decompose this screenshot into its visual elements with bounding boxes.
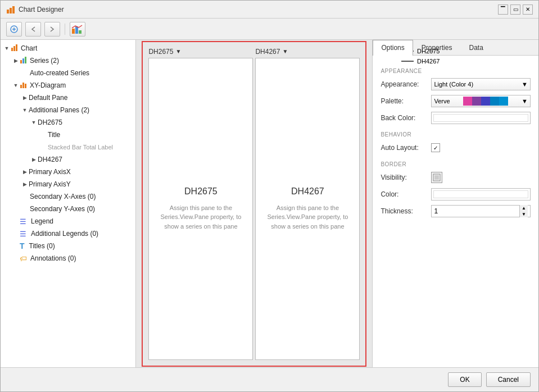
palette-select[interactable]: Verve ▼ bbox=[431, 95, 531, 107]
tree-item-legend[interactable]: ☰ Legend bbox=[1, 215, 135, 227]
restore-button[interactable]: ▭ bbox=[510, 4, 520, 15]
legend-item-dh4267: DH4267 bbox=[401, 58, 440, 65]
additional-legend-icon: ☰ bbox=[20, 230, 26, 238]
ok-button[interactable]: OK bbox=[448, 372, 481, 387]
forward-button[interactable] bbox=[44, 22, 60, 37]
tree-item-stacked-bar[interactable]: Stacked Bar Total Label bbox=[1, 141, 135, 153]
pane2-dropdown-icon[interactable]: ▼ bbox=[282, 48, 288, 54]
back-color-swatch bbox=[433, 114, 528, 122]
toggle-series[interactable]: ▶ bbox=[12, 58, 20, 63]
tree-label-default-pane: Default Pane bbox=[29, 94, 67, 102]
minimize-button[interactable]: ▔ bbox=[498, 4, 508, 15]
tree-item-xy[interactable]: ▼ XY-Diagram bbox=[1, 79, 135, 92]
main-content: ▼ Chart ▶ Series (2) Auto-crea bbox=[1, 40, 538, 367]
pane1-name: DH2675 bbox=[148, 48, 173, 56]
toggle-xy[interactable]: ▼ bbox=[12, 83, 20, 88]
svg-rect-1 bbox=[10, 8, 12, 13]
thickness-input[interactable]: 1 ▲ ▼ bbox=[431, 205, 531, 217]
toggle-default-pane[interactable]: ▶ bbox=[21, 95, 29, 101]
cancel-button[interactable]: Cancel bbox=[486, 372, 531, 387]
appearance-select[interactable]: Light (Color 4) ▼ bbox=[431, 78, 531, 90]
svg-rect-10 bbox=[13, 46, 15, 51]
toggle-chart[interactable]: ▼ bbox=[3, 45, 11, 51]
tree-label-stacked-bar: Stacked Bar Total Label bbox=[48, 144, 113, 151]
swatch-4 bbox=[490, 97, 499, 106]
chart-designer-window: Chart Designer ▔ ▭ ✕ bbox=[0, 0, 539, 392]
visibility-icon bbox=[433, 174, 441, 181]
tab-data[interactable]: Data bbox=[460, 40, 491, 55]
section-appearance: APPEARANCE bbox=[381, 68, 531, 74]
back-button[interactable] bbox=[25, 22, 41, 37]
palette-select-label: Verve bbox=[434, 98, 450, 104]
tree-item-additional-panes[interactable]: ▼ Additional Panes (2) bbox=[1, 104, 135, 116]
palette-label: Palette: bbox=[381, 97, 431, 105]
toggle-dh4267[interactable]: ▶ bbox=[30, 157, 38, 162]
toggle-additional-panes[interactable]: ▼ bbox=[21, 107, 29, 113]
bottom-bar: OK Cancel bbox=[1, 367, 538, 391]
tree-item-dh4267[interactable]: ▶ DH4267 bbox=[1, 153, 135, 166]
auto-layout-value: ✓ bbox=[431, 143, 531, 152]
thickness-down[interactable]: ▼ bbox=[520, 211, 528, 217]
visibility-label: Visibility: bbox=[381, 174, 431, 181]
back-color-picker[interactable] bbox=[431, 112, 531, 124]
svg-rect-15 bbox=[20, 85, 22, 88]
appearance-value: Light (Color 4) ▼ bbox=[431, 78, 531, 90]
tree-label-title: Title bbox=[48, 131, 60, 139]
tree-item-dh2675[interactable]: ▼ DH2675 bbox=[1, 116, 135, 129]
tree-item-annotations[interactable]: 🏷 Annotations (0) bbox=[1, 252, 135, 265]
tree-label-auto-series: Auto-created Series bbox=[30, 69, 89, 77]
window-title: Chart Designer bbox=[19, 6, 64, 13]
tree-label-secondary-x: Secondary X-Axes (0) bbox=[30, 193, 96, 200]
tree-label-additional-panes: Additional Panes (2) bbox=[29, 106, 89, 114]
close-button[interactable]: ✕ bbox=[523, 4, 533, 15]
border-color-label: Color: bbox=[381, 190, 431, 198]
pane-header-1: DH2675 ▼ bbox=[148, 48, 253, 56]
back-color-row: Back Color: bbox=[381, 111, 531, 125]
title-bar-left: Chart Designer bbox=[6, 5, 64, 14]
tree-label-series: Series (2) bbox=[30, 57, 59, 65]
pane1-title: DH2675 bbox=[184, 186, 218, 197]
svg-rect-0 bbox=[7, 10, 9, 13]
visibility-control[interactable] bbox=[431, 172, 442, 183]
tree-item-secondary-y[interactable]: Secondary Y-Axes (0) bbox=[1, 203, 135, 215]
svg-rect-8 bbox=[79, 30, 81, 34]
tree-label-primary-axisy: Primary AxisY bbox=[29, 180, 71, 188]
border-color-picker[interactable] bbox=[431, 188, 531, 200]
series-icon bbox=[20, 56, 28, 66]
tree-item-titles[interactable]: T Titles (0) bbox=[1, 240, 135, 252]
palette-dropdown-icon: ▼ bbox=[522, 98, 528, 104]
chart-type-icon bbox=[72, 24, 83, 34]
tree-item-chart[interactable]: ▼ Chart bbox=[1, 42, 135, 54]
tree-item-secondary-x[interactable]: Secondary X-Axes (0) bbox=[1, 190, 135, 203]
tree-item-title[interactable]: Title bbox=[1, 129, 135, 141]
tree-label-secondary-y: Secondary Y-Axes (0) bbox=[30, 205, 95, 213]
tree-label-xy: XY-Diagram bbox=[30, 81, 66, 89]
pane1-dropdown-icon[interactable]: ▼ bbox=[175, 48, 181, 54]
auto-layout-checkbox[interactable]: ✓ bbox=[431, 143, 440, 152]
tree-item-primary-axisy[interactable]: ▶ Primary AxisY bbox=[1, 178, 135, 190]
toggle-primary-axisy[interactable]: ▶ bbox=[21, 181, 29, 187]
pane2-name: DH4267 bbox=[255, 48, 280, 56]
annotation-icon: 🏷 bbox=[20, 254, 27, 263]
tree-item-default-pane[interactable]: ▶ Default Pane bbox=[1, 92, 135, 104]
back-color-label: Back Color: bbox=[381, 114, 431, 122]
legend-line-dh4267 bbox=[401, 61, 414, 62]
tree-item-auto-series[interactable]: Auto-created Series bbox=[1, 67, 135, 79]
add-button[interactable] bbox=[6, 22, 22, 37]
appearance-row: Appearance: Light (Color 4) ▼ bbox=[381, 78, 531, 91]
swatch-3 bbox=[481, 97, 490, 106]
tree-item-additional-legends[interactable]: ☰ Additional Legends (0) bbox=[1, 227, 135, 240]
border-color-swatch bbox=[433, 190, 528, 198]
tab-options[interactable]: Options bbox=[373, 40, 413, 56]
auto-layout-row: Auto Layout: ✓ bbox=[381, 141, 531, 154]
palette-row: Palette: Verve ▼ bbox=[381, 94, 531, 108]
toggle-dh2675[interactable]: ▼ bbox=[30, 120, 38, 125]
toggle-primary-axisx[interactable]: ▶ bbox=[21, 169, 29, 175]
tree-item-series[interactable]: ▶ Series (2) bbox=[1, 54, 135, 67]
chart-container: DH2675 ▼ DH2675 Assign this pane to the … bbox=[142, 41, 366, 367]
thickness-up[interactable]: ▲ bbox=[520, 205, 528, 211]
chart-type-button[interactable] bbox=[70, 22, 85, 37]
toolbar bbox=[1, 19, 538, 40]
tree-item-primary-axisx[interactable]: ▶ Primary AxisX bbox=[1, 166, 135, 178]
pane-col-1: DH2675 ▼ DH2675 Assign this pane to the … bbox=[148, 48, 253, 360]
